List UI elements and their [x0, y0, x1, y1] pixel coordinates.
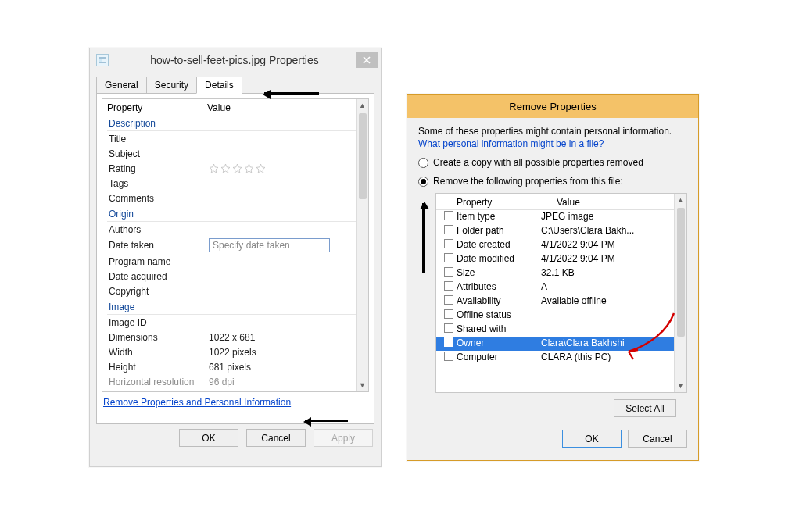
- remove-properties-link[interactable]: Remove Properties and Personal Informati…: [102, 392, 369, 409]
- section-origin: Origin: [107, 205, 364, 222]
- list-item[interactable]: AvailabilityAvailable offline: [436, 295, 686, 309]
- row-comments[interactable]: Comments: [107, 191, 364, 205]
- info-link[interactable]: What personal information might be in a …: [418, 138, 687, 149]
- checkbox[interactable]: [444, 225, 453, 234]
- list-item[interactable]: Date created4/1/2022 9:04 PM: [436, 238, 686, 252]
- checkbox[interactable]: [444, 323, 453, 333]
- list-item[interactable]: OwnerClara\Clara Bakhshi: [436, 337, 686, 351]
- row-image-id[interactable]: Image ID: [107, 315, 364, 330]
- cancel-button[interactable]: Cancel: [628, 430, 687, 448]
- property-list[interactable]: Description Title Subject Rating Ta: [102, 115, 368, 390]
- info-text: Some of these properties might contain p…: [418, 126, 687, 137]
- scrollbar[interactable]: ▲ ▼: [674, 194, 686, 392]
- property-value: 32.1 KB: [541, 267, 682, 278]
- row-date-taken[interactable]: Date taken Specify date taken: [107, 237, 364, 254]
- star-icon: [232, 163, 242, 173]
- property-value: Available offline: [541, 295, 682, 306]
- property-list[interactable]: Item typeJPEG imageFolder pathC:\Users\C…: [436, 210, 686, 365]
- column-headers: Property Value: [102, 99, 368, 115]
- list-item[interactable]: ComputerCLARA (this PC): [436, 351, 686, 365]
- star-icon: [244, 163, 254, 173]
- property-value: A: [541, 281, 682, 292]
- dialog-buttons: OK Cancel Apply: [90, 429, 381, 456]
- row-program-name[interactable]: Program name: [107, 254, 364, 269]
- checkbox[interactable]: [444, 295, 453, 305]
- checkbox[interactable]: [444, 239, 453, 248]
- property-name: Availability: [457, 295, 541, 306]
- star-icon: [209, 163, 219, 173]
- property-name: Folder path: [457, 225, 541, 236]
- list-item[interactable]: Folder pathC:\Users\Clara Bakh...: [436, 224, 686, 238]
- row-copyright[interactable]: Copyright: [107, 284, 364, 298]
- close-icon: [363, 56, 371, 64]
- scroll-down-icon[interactable]: ▼: [675, 380, 686, 392]
- cancel-button[interactable]: Cancel: [246, 429, 306, 447]
- property-name: Shared with: [457, 323, 541, 334]
- col-property[interactable]: Property: [107, 102, 207, 113]
- checkbox[interactable]: [444, 337, 453, 347]
- row-width[interactable]: Width1022 pixels: [107, 345, 364, 359]
- property-value: JPEG image: [541, 211, 682, 222]
- scroll-up-icon[interactable]: ▲: [675, 194, 686, 206]
- list-item[interactable]: Item typeJPEG image: [436, 210, 686, 224]
- select-all-button[interactable]: Select All: [614, 399, 676, 417]
- row-height[interactable]: Height681 pixels: [107, 359, 364, 374]
- dialog-title: Remove Properties: [509, 101, 596, 112]
- checkbox[interactable]: [444, 309, 453, 319]
- row-subject[interactable]: Subject: [107, 146, 364, 161]
- tab-security[interactable]: Security: [146, 77, 197, 93]
- property-name: Attributes: [457, 281, 541, 292]
- col-property[interactable]: Property: [457, 197, 557, 208]
- row-tags[interactable]: Tags: [107, 176, 364, 191]
- radio-icon: [418, 158, 428, 168]
- svg-rect-1: [99, 59, 102, 62]
- row-title[interactable]: Title: [107, 131, 364, 146]
- checkbox[interactable]: [444, 267, 453, 277]
- row-dimensions[interactable]: Dimensions1022 x 681: [107, 330, 364, 345]
- details-tab-panel: Property Value Description Title Subject…: [96, 94, 374, 424]
- file-icon: [96, 54, 109, 66]
- tab-details[interactable]: Details: [196, 77, 242, 94]
- radio-create-copy[interactable]: Create a copy with all possible properti…: [418, 157, 687, 168]
- col-value[interactable]: Value: [557, 197, 682, 208]
- tab-general[interactable]: General: [96, 77, 147, 93]
- list-item[interactable]: AttributesA: [436, 280, 686, 295]
- annotation-arrow-link: [305, 420, 348, 422]
- row-rating[interactable]: Rating: [107, 161, 364, 176]
- property-name: Owner: [457, 337, 541, 348]
- col-value[interactable]: Value: [207, 102, 364, 113]
- checkbox[interactable]: [444, 211, 453, 220]
- list-item[interactable]: Shared with: [436, 323, 686, 337]
- list-item[interactable]: Date modified4/1/2022 9:04 PM: [436, 252, 686, 266]
- scroll-up-icon[interactable]: ▲: [357, 99, 368, 112]
- row-date-acquired[interactable]: Date acquired: [107, 269, 364, 284]
- property-list-box: Property Value Description Title Subject…: [102, 98, 369, 392]
- property-value: CLARA (this PC): [541, 352, 682, 362]
- date-taken-input[interactable]: Specify date taken: [209, 238, 330, 252]
- row-authors[interactable]: Authors: [107, 222, 364, 237]
- select-all-bar: Select All: [418, 399, 687, 420]
- remove-properties-dialog: Remove Properties Some of these properti…: [407, 94, 699, 461]
- scrollbar[interactable]: ▲ ▼: [356, 99, 368, 391]
- checkbox[interactable]: [444, 281, 453, 291]
- scroll-thumb[interactable]: [677, 208, 685, 337]
- ok-button[interactable]: OK: [179, 429, 238, 447]
- rating-stars[interactable]: [209, 163, 364, 173]
- titlebar: Remove Properties: [407, 95, 698, 118]
- section-image: Image: [107, 298, 364, 315]
- property-list-box: Property Value Item typeJPEG imageFolder…: [435, 193, 687, 393]
- scroll-down-icon[interactable]: ▼: [357, 379, 368, 391]
- ok-button[interactable]: OK: [562, 430, 622, 448]
- close-button[interactable]: [356, 52, 378, 68]
- scroll-thumb[interactable]: [359, 113, 367, 199]
- apply-button: Apply: [314, 429, 373, 447]
- row-hres[interactable]: Horizontal resolution96 dpi: [107, 374, 364, 389]
- checkbox[interactable]: [444, 253, 453, 262]
- tabs: General Security Details: [96, 77, 374, 94]
- list-item[interactable]: Size32.1 KB: [436, 266, 686, 280]
- property-value: C:\Users\Clara Bakh...: [541, 225, 682, 236]
- list-item[interactable]: Offline status: [436, 309, 686, 323]
- property-name: Item type: [457, 211, 541, 222]
- checkbox[interactable]: [444, 352, 453, 361]
- radio-remove-from-file[interactable]: Remove the following properties from thi…: [418, 176, 687, 187]
